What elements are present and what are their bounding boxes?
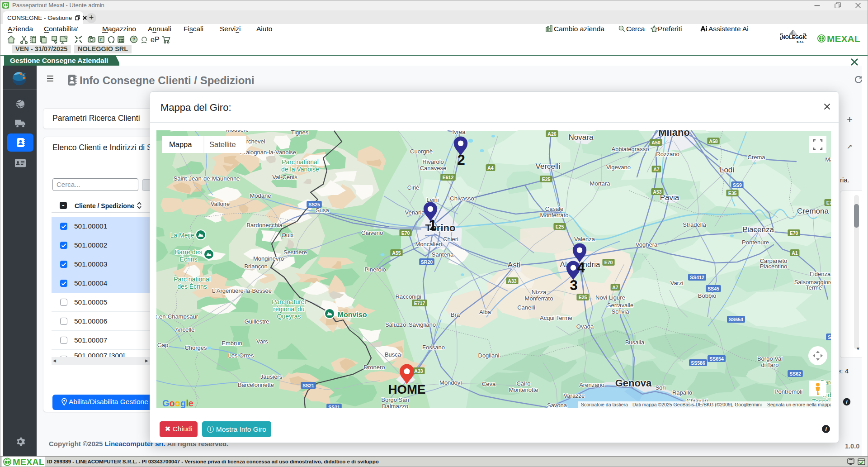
svg-text:SS62: SS62: [789, 371, 801, 376]
svg-text:Vars: Vars: [256, 338, 268, 345]
svg-text:Termini: Termini: [746, 402, 762, 407]
svg-text:Santena: Santena: [432, 251, 454, 258]
svg-text:Valenza: Valenza: [574, 236, 595, 243]
svg-text:SS9: SS9: [733, 182, 742, 188]
svg-text:Bardonecchia: Bardonecchia: [246, 222, 283, 229]
svg-text:Pontremoli: Pontremoli: [774, 388, 802, 395]
svg-text:Ancelle: Ancelle: [175, 326, 195, 333]
svg-text:Briançon: Briançon: [244, 263, 267, 270]
svg-text:Monferrato: Monferrato: [525, 295, 553, 302]
svg-text:Embrun: Embrun: [222, 340, 242, 347]
svg-text:de la Vanoise: de la Vanoise: [281, 166, 319, 173]
svg-text:F: F: [100, 38, 103, 42]
svg-text:E70: E70: [401, 230, 410, 236]
svg-text:Canavese: Canavese: [420, 165, 447, 172]
svg-text:A7: A7: [653, 167, 660, 172]
svg-text:2: 2: [457, 152, 465, 168]
svg-text:Modane: Modane: [250, 192, 271, 199]
svg-text:Leini: Leini: [426, 196, 439, 203]
svg-text:Fidenza: Fidenza: [810, 271, 831, 277]
svg-text:Borgo Val: Borgo Val: [757, 355, 783, 362]
svg-text:A53: A53: [653, 189, 661, 195]
svg-text:i: i: [825, 426, 827, 433]
svg-text:A7: A7: [612, 285, 618, 290]
svg-text:E25: E25: [556, 224, 564, 229]
svg-text:Sestriere: Sestriere: [283, 249, 307, 256]
svg-text:Les Orres: Les Orres: [228, 352, 254, 359]
svg-text:A33: A33: [414, 368, 423, 374]
svg-text:Moncalieri: Moncalieri: [415, 241, 442, 248]
svg-text:Novara: Novara: [569, 133, 594, 142]
svg-text:Pralognan-la-Vanoise: Pralognan-la-Vanoise: [240, 149, 296, 156]
svg-text:A26: A26: [547, 131, 556, 137]
svg-text:Scrivia: Scrivia: [611, 308, 629, 315]
svg-text:Dalmazzo: Dalmazzo: [382, 403, 408, 408]
svg-text:Val-Cenis: Val-Cenis: [272, 174, 297, 181]
svg-text:Man: Man: [825, 156, 831, 163]
svg-text:Saint-Jean-de-Maurienne: Saint-Jean-de-Maurienne: [174, 175, 240, 182]
svg-text:Gap: Gap: [157, 342, 169, 348]
svg-text:Pontenure: Pontenure: [742, 239, 769, 246]
svg-text:Dati mappa ©2025 GeoBasis-DE/B: Dati mappa ©2025 GeoBasis-DE/BKG (©2009)…: [632, 402, 750, 407]
svg-text:Asti: Asti: [508, 261, 520, 269]
svg-text:Chieri: Chieri: [443, 236, 458, 243]
svg-text:SS62: SS62: [828, 334, 831, 340]
svg-text:E35: E35: [728, 191, 737, 196]
svg-text:Fossano: Fossano: [422, 344, 445, 351]
svg-text:?: ?: [132, 37, 135, 42]
svg-text:Bobbio: Bobbio: [698, 292, 716, 299]
svg-text:L'Argentière-la-Bessée: L'Argentière-la-Bessée: [212, 287, 272, 294]
svg-text:Barcelonnette: Barcelonnette: [238, 381, 274, 388]
svg-text:Queyras: Queyras: [277, 313, 301, 320]
svg-text:Borgo San: Borgo San: [381, 396, 409, 403]
svg-text:Mondovì: Mondovì: [439, 379, 462, 386]
svg-text:A4: A4: [487, 165, 494, 171]
svg-text:Serravalle: Serravalle: [607, 302, 634, 309]
svg-text:Moutiere: Moutiere: [226, 130, 249, 133]
svg-text:E612: E612: [443, 175, 454, 180]
svg-text:Stradella: Stradella: [683, 221, 706, 228]
svg-text:Chivasso: Chivasso: [450, 195, 474, 202]
svg-text:Vigevano: Vigevano: [606, 164, 631, 171]
svg-text:Cuorgnè: Cuorgnè: [410, 148, 433, 155]
svg-text:Barre des: Barre des: [175, 248, 203, 256]
svg-text:Ovada: Ovada: [576, 323, 594, 330]
svg-text:4: 4: [577, 260, 585, 276]
svg-text:Saluzzo: Saluzzo: [385, 321, 406, 328]
svg-text:Cremona: Cremona: [797, 207, 829, 215]
svg-text:Monviso: Monviso: [338, 311, 367, 319]
svg-text:E717: E717: [414, 300, 425, 306]
svg-text:E25: E25: [579, 295, 587, 300]
svg-text:Susa: Susa: [316, 207, 329, 214]
svg-text:Acqui Terme: Acqui Terme: [540, 315, 572, 321]
svg-text:A50: A50: [651, 140, 660, 145]
svg-text:A1: A1: [792, 250, 798, 256]
svg-text:Monferrato: Monferrato: [540, 212, 569, 219]
svg-text:SR20: SR20: [421, 259, 433, 265]
svg-text:Montenotte: Montenotte: [509, 386, 538, 393]
svg-text:Google: Google: [162, 398, 193, 408]
svg-text:Dronero: Dronero: [364, 364, 385, 371]
svg-text:Arenzano: Arenzano: [579, 381, 604, 388]
svg-text:Jausiers: Jausiers: [260, 373, 283, 380]
svg-text:1: 1: [429, 217, 436, 233]
svg-text:SS654: SS654: [729, 317, 743, 322]
svg-text:SS586: SS586: [691, 360, 705, 366]
svg-text:Rapallo: Rapallo: [672, 389, 692, 396]
svg-text:di Taro: di Taro: [761, 362, 779, 368]
svg-text:Parc naturel: Parc naturel: [272, 298, 306, 305]
svg-text:Giaveno: Giaveno: [361, 229, 383, 236]
svg-text:des Écrins: des Écrins: [177, 283, 207, 290]
svg-text:SS25: SS25: [308, 202, 320, 207]
svg-text:E25: E25: [542, 176, 551, 182]
svg-text:Ivrea: Ivrea: [453, 130, 466, 135]
svg-text:3: 3: [570, 277, 577, 293]
svg-text:Parc national: Parc national: [174, 276, 211, 283]
svg-text:Voghera: Voghera: [636, 241, 658, 248]
svg-text:Écrins: Écrins: [180, 256, 198, 263]
svg-text:Scorciatoie da tastiera: Scorciatoie da tastiera: [581, 402, 628, 407]
svg-text:Tignes: Tignes: [291, 130, 309, 136]
svg-text:Varzi: Varzi: [670, 280, 684, 286]
svg-text:SS654: SS654: [709, 356, 724, 362]
svg-text:Alba: Alba: [479, 309, 491, 315]
